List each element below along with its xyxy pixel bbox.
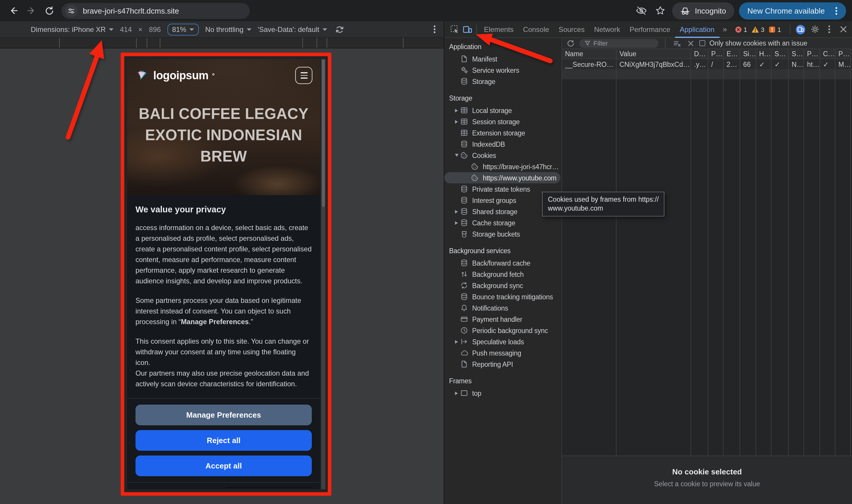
zoom-select[interactable]: 81% [167, 23, 199, 35]
tab-network[interactable]: Network [589, 21, 625, 38]
throttling-select[interactable]: No throttling [205, 25, 251, 33]
sidebar-item-speculative-loads[interactable]: Speculative loads [445, 336, 562, 347]
sidebar-item-manifest[interactable]: Manifest [445, 53, 562, 65]
sidebar-item-background-sync[interactable]: Background sync [445, 280, 562, 291]
chevron-collapsed-icon[interactable] [453, 340, 460, 343]
manage-preferences-button[interactable]: Manage Preferences [135, 404, 312, 425]
address-bar[interactable]: brave-jori-s47hcrlt.dcms.site [61, 3, 250, 19]
sidebar-item-https-www-youtube-com[interactable]: https://www.youtube.com [445, 172, 560, 183]
cookie-cell[interactable]: N… [789, 59, 804, 69]
cookie-cell[interactable]: ✓ [756, 59, 772, 69]
new-chrome-button[interactable]: New Chrome available [739, 2, 846, 19]
inspect-element-icon[interactable] [448, 23, 461, 36]
column-header[interactable]: Value [617, 49, 691, 58]
sidebar-item-session-storage[interactable]: Session storage [445, 116, 562, 127]
column-header[interactable]: C… [820, 49, 835, 58]
column-header[interactable]: H… [756, 49, 772, 58]
tab-application[interactable]: Application [675, 21, 719, 38]
sidebar-item-cookies[interactable]: Cookies [445, 150, 562, 161]
chevron-collapsed-icon[interactable] [453, 391, 460, 395]
sidebar-item-bounce-tracking-mitigations[interactable]: Bounce tracking mitigations [445, 291, 562, 302]
cookie-table-header[interactable]: NameValueD…P…E…Si…H…S…S…P…C…P… [562, 49, 852, 59]
eye-off-icon[interactable] [635, 3, 649, 18]
tab-elements[interactable]: Elements [479, 21, 518, 38]
device-toolbar-toggle-icon[interactable] [461, 23, 474, 36]
cookie-cell[interactable]: ✓ [772, 59, 789, 69]
sidebar-item-local-storage[interactable]: Local storage [445, 105, 562, 116]
tab-performance[interactable]: Performance [625, 21, 675, 38]
column-header[interactable]: Name [562, 49, 617, 58]
devtools-menu-icon[interactable] [822, 23, 835, 36]
cookie-cell[interactable]: .y… [691, 59, 708, 69]
more-tabs-icon[interactable]: » [719, 25, 730, 34]
sidebar-item-https-brave-jori-s47hcr[interactable]: https://brave-jori-s47hcr… [445, 161, 562, 172]
error-badge[interactable]: 1 [735, 26, 747, 33]
sidebar-item-indexeddb[interactable]: IndexedDB [445, 139, 562, 150]
settings-gear-icon[interactable] [808, 23, 821, 36]
sidebar-item-push-messaging[interactable]: Push messaging [445, 347, 562, 359]
chevron-expanded-icon[interactable] [453, 154, 460, 157]
hamburger-menu-button[interactable] [295, 67, 312, 84]
column-header[interactable]: S… [772, 49, 789, 58]
rotate-viewport-icon[interactable] [334, 24, 344, 34]
sidebar-item-background-fetch[interactable]: Background fetch [445, 269, 562, 280]
tab-sources[interactable]: Sources [554, 21, 589, 38]
sidebar-item-payment-handler[interactable]: Payment handler [445, 313, 562, 325]
cookie-table-row[interactable]: __Secure-RO…CNiXgMH3j7qBbxCd….y…/2…66✓✓N… [562, 59, 852, 69]
sidebar-item-top[interactable]: top [445, 388, 562, 399]
media-query-ruler[interactable] [0, 38, 444, 49]
clear-cookies-icon[interactable] [672, 38, 682, 48]
device-mode-active-icon[interactable] [794, 23, 807, 36]
close-filter-icon[interactable] [686, 38, 695, 48]
sidebar-item-periodic-background-sync[interactable]: Periodic background sync [445, 325, 562, 336]
save-data-select[interactable]: 'Save-Data': default [258, 25, 327, 33]
sidebar-item-storage[interactable]: Storage [445, 76, 562, 87]
cookie-cell[interactable]: 2… [724, 59, 740, 69]
chevron-collapsed-icon[interactable] [453, 109, 460, 112]
device-toolbar-menu-icon[interactable] [428, 29, 440, 30]
viewport-height-field[interactable]: 896 [149, 25, 161, 33]
cookie-cell[interactable]: CNiXgMH3j7qBbxCd… [617, 59, 691, 69]
accept-all-button[interactable]: Accept all [135, 455, 312, 476]
viewport-scrollbar[interactable] [321, 59, 325, 489]
sidebar-item-reporting-api[interactable]: Reporting API [445, 359, 562, 370]
back-icon[interactable] [6, 3, 21, 18]
privacy-policy-link[interactable]: Privacy Policy [182, 487, 211, 488]
reject-all-button[interactable]: Reject all [135, 430, 312, 451]
cookie-filter-input[interactable]: Filter [579, 39, 658, 48]
tab-console[interactable]: Console [518, 21, 554, 38]
forward-icon[interactable] [24, 3, 39, 18]
issue-filter-checkbox[interactable] [699, 40, 705, 46]
close-devtools-icon[interactable] [837, 23, 850, 36]
cookie-cell[interactable]: 66 [740, 59, 756, 69]
issues-badge[interactable]: 1 [768, 26, 781, 33]
sidebar-item-service-workers[interactable]: Service workers [445, 65, 562, 76]
sidebar-item-notifications[interactable]: Notifications [445, 302, 562, 313]
site-logo[interactable]: logoipsum° [135, 68, 215, 83]
column-header[interactable]: S… [789, 49, 804, 58]
warning-badge[interactable]: 3 [751, 26, 764, 33]
cookie-cell[interactable]: ht… [804, 59, 820, 69]
cookie-cell[interactable]: M… [835, 59, 851, 69]
sidebar-item-extension-storage[interactable]: Extension storage [445, 127, 562, 139]
chrome-menu-icon[interactable] [831, 3, 841, 18]
column-header[interactable]: Si… [740, 49, 756, 58]
sidebar-item-back-forward-cache[interactable]: Back/forward cache [445, 257, 562, 269]
chevron-collapsed-icon[interactable] [453, 221, 460, 224]
site-controls-icon[interactable] [65, 4, 77, 17]
terms-link[interactable]: Terms and conditions [135, 487, 166, 488]
refresh-cookies-icon[interactable] [566, 38, 575, 48]
reload-icon[interactable] [41, 3, 57, 18]
column-header[interactable]: P… [835, 49, 851, 58]
column-header[interactable]: D… [691, 49, 708, 58]
bookmark-star-icon[interactable] [653, 3, 668, 18]
column-header[interactable]: P… [708, 49, 724, 58]
sidebar-item-storage-buckets[interactable]: Storage buckets [445, 228, 562, 239]
column-header[interactable]: P… [804, 49, 820, 58]
device-select[interactable]: Dimensions: iPhone XR [31, 25, 113, 33]
column-header[interactable]: E… [724, 49, 740, 58]
cookie-cell[interactable]: __Secure-RO… [562, 59, 617, 69]
cookie-cell[interactable]: / [708, 59, 724, 69]
chevron-collapsed-icon[interactable] [453, 120, 460, 123]
viewport-width-field[interactable]: 414 [120, 25, 132, 33]
